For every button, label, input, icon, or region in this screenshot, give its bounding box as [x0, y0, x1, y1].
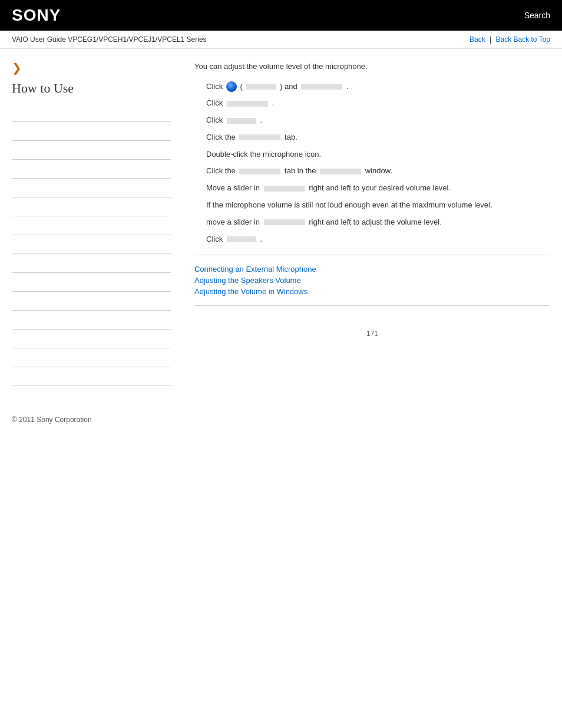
back-link[interactable]: Back	[470, 35, 485, 44]
step-1-paren-open: (	[240, 82, 242, 91]
step-7b: If the microphone volume is still not lo…	[206, 199, 550, 212]
step-6-click-the: Click the	[206, 166, 237, 175]
step-8-click: Click	[206, 235, 225, 243]
step-6-window: window.	[365, 166, 392, 175]
sidebar-item-6[interactable]	[12, 197, 171, 216]
nav-bar: VAIO User Guide VPCEG1/VPCEH1/VPCEJ1/VPC…	[0, 31, 562, 49]
sidebar-item-11[interactable]	[12, 292, 171, 311]
sidebar-item-8[interactable]	[12, 235, 171, 254]
start-icon	[226, 81, 237, 92]
sony-logo: SONY	[12, 6, 61, 25]
step-4: Click the tab.	[206, 131, 550, 144]
related-link-microphone[interactable]: Connecting an External Microphone	[194, 265, 550, 274]
step-3-click: Click	[206, 116, 225, 124]
divider-top	[194, 255, 550, 255]
step-7b-text: If the microphone volume is still not lo…	[206, 200, 492, 209]
content-intro: You can adjust the volume level of the m…	[194, 61, 550, 73]
step-6: Click the tab in the window.	[206, 165, 550, 177]
sidebar-item-10[interactable]	[12, 273, 171, 292]
sidebar-item-7[interactable]	[12, 216, 171, 235]
sidebar-item-5[interactable]	[12, 179, 171, 197]
sidebar-item-13[interactable]	[12, 330, 171, 348]
step-5-text: Double-click the microphone icon.	[206, 150, 321, 159]
search-button[interactable]: Search	[524, 11, 550, 20]
sidebar-item-12[interactable]	[12, 311, 171, 330]
step-1-blank2	[301, 84, 342, 90]
step-4-click-the: Click the	[206, 133, 237, 141]
sidebar-arrow: ❯	[12, 61, 171, 75]
step-7-text: right and left to your desired volume le…	[309, 183, 451, 192]
step-1-blank1	[246, 84, 276, 90]
back-to-top-link[interactable]: Back Back to Top	[495, 35, 550, 44]
step-7-move: Move a slider in	[206, 183, 262, 192]
step-8: Click .	[206, 233, 550, 246]
breadcrumb: VAIO User Guide VPCEG1/VPCEH1/VPCEJ1/VPC…	[12, 35, 207, 44]
step-7: Move a slider in right and left to your …	[206, 182, 550, 195]
page-number: 171	[366, 330, 378, 338]
step-6-blank2	[320, 169, 361, 174]
sidebar-title: How to Use	[12, 81, 171, 96]
sidebar-item-1[interactable]	[12, 103, 171, 122]
step-list: Click ( ) and . Click . Click .	[206, 81, 550, 246]
step-1-and: ) and	[280, 82, 297, 91]
sidebar-item-9[interactable]	[12, 254, 171, 273]
step-2-period: .	[272, 98, 274, 107]
step-7c: move a slider in right and left to adjus…	[206, 216, 550, 229]
sidebar-item-4[interactable]	[12, 160, 171, 179]
sidebar-item-2[interactable]	[12, 122, 171, 141]
related-links: Connecting an External Microphone Adjust…	[194, 265, 550, 296]
step-4-blank	[239, 134, 280, 140]
step-1: Click ( ) and .	[206, 81, 550, 93]
step-8-period: .	[260, 235, 262, 243]
step-6-tab-in-the: tab in the	[285, 166, 318, 175]
main-container: ❯ How to Use You can adjust the volume l…	[0, 49, 562, 398]
related-link-speakers[interactable]: Adjusting the Speakers Volume	[194, 276, 550, 285]
step-7c-blank	[264, 219, 305, 225]
step-2-blank	[227, 101, 268, 107]
copyright: © 2011 Sony Corporation	[0, 416, 562, 424]
divider-bottom	[194, 305, 550, 306]
step-6-blank1	[239, 169, 280, 174]
step-1-period: .	[346, 82, 349, 91]
sidebar-item-15[interactable]	[12, 367, 171, 386]
header: SONY Search	[0, 0, 562, 31]
step-7-blank	[264, 186, 305, 192]
content-area: You can adjust the volume level of the m…	[183, 61, 550, 386]
step-4-tab: tab.	[285, 133, 297, 141]
separator: |	[490, 35, 491, 44]
step-3-blank	[227, 118, 256, 124]
step-7c-text: right and left to adjust the volume leve…	[309, 218, 441, 226]
step-3: Click .	[206, 114, 550, 127]
step-8-blank	[227, 236, 256, 242]
step-3-period: .	[260, 116, 262, 124]
step-7c-move: move a slider in	[206, 218, 262, 226]
sidebar: ❯ How to Use	[12, 61, 183, 386]
step-2-click: Click	[206, 98, 225, 107]
sidebar-item-3[interactable]	[12, 141, 171, 160]
page-footer: 171	[194, 330, 550, 350]
related-link-volume-windows[interactable]: Adjusting the Volume in Windows	[194, 287, 550, 296]
step-1-click: Click	[206, 82, 225, 91]
sidebar-item-14[interactable]	[12, 348, 171, 367]
nav-links: Back | Back Back to Top	[470, 35, 550, 44]
step-5: Double-click the microphone icon.	[206, 149, 550, 161]
step-2: Click .	[206, 97, 550, 110]
